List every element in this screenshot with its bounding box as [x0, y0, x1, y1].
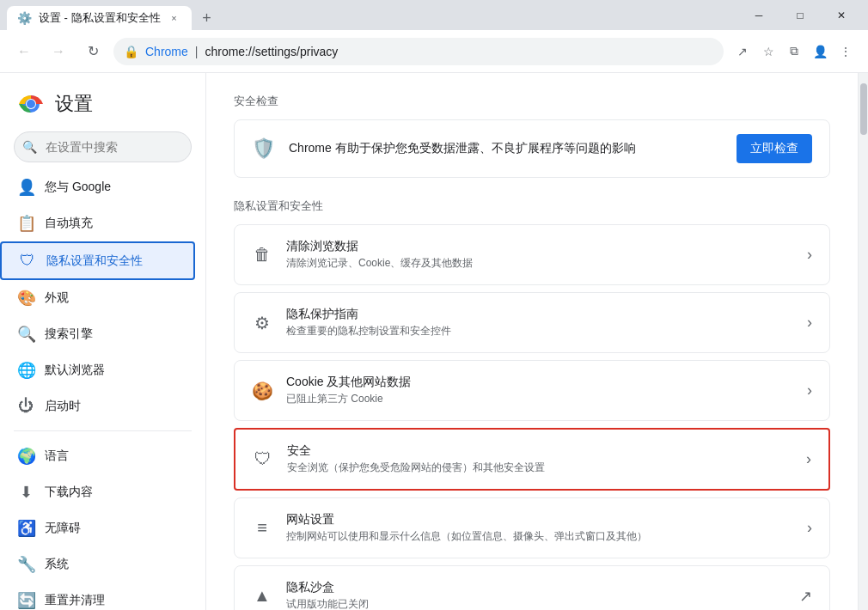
safety-shield-icon: 🛡️ — [252, 137, 275, 160]
menu-title-site-settings: 网站设置 — [286, 512, 793, 528]
search-input[interactable] — [14, 131, 192, 162]
tab-close-button[interactable]: × — [168, 11, 181, 25]
bookmark-button[interactable]: ☆ — [756, 40, 780, 64]
profile-button[interactable]: 👤 — [808, 40, 832, 64]
split-view-button[interactable]: ⧉ — [782, 40, 806, 64]
refresh-button[interactable]: ↻ — [79, 38, 107, 65]
sidebar-item-autofill[interactable]: 📋自动填充 — [0, 205, 199, 241]
menu-item-site-settings[interactable]: ≡网站设置控制网站可以使用和显示什么信息（如位置信息、摄像头、弹出式窗口及其他）… — [234, 497, 830, 558]
search-icon: 🔍 — [22, 140, 37, 154]
sidebar-divider — [14, 430, 192, 431]
url-path: chrome://settings/privacy — [205, 45, 713, 58]
sidebar-item-icon-startup: ⏻ — [17, 397, 34, 415]
menu-item-cookies[interactable]: 🍪Cookie 及其他网站数据已阻止第三方 Cookie› — [234, 360, 830, 421]
sidebar-item-google[interactable]: 👤您与 Google — [0, 169, 199, 205]
menu-icon-site-settings: ≡ — [252, 518, 272, 538]
menu-desc-sandbox: 试用版功能已关闭 — [286, 597, 785, 610]
refresh-icon: ↻ — [88, 43, 99, 59]
svg-point-3 — [27, 100, 35, 108]
main-layout: 设置 🔍 👤您与 Google📋自动填充🛡隐私设置和安全性🎨外观🔍搜索引擎🌐默认… — [0, 73, 868, 610]
sidebar-item-label-search: 搜索引擎 — [45, 326, 93, 342]
sidebar-item-search[interactable]: 🔍搜索引擎 — [0, 316, 199, 352]
menu-icon-security: 🛡 — [253, 449, 273, 469]
menu-icon-cookies: 🍪 — [252, 381, 272, 401]
menu-title-security: 安全 — [287, 443, 792, 459]
privacy-section-title: 隐私设置和安全性 — [234, 198, 830, 214]
menu-item-clear-browsing[interactable]: 🗑清除浏览数据清除浏览记录、Cookie、缓存及其他数据› — [234, 224, 830, 285]
sidebar-item-reset[interactable]: 🔄重置并清理 — [0, 583, 199, 610]
menu-item-security[interactable]: 🛡安全安全浏览（保护您免受危险网站的侵害）和其他安全设置› — [234, 428, 830, 491]
sidebar-item-system[interactable]: 🔧系统 — [0, 546, 199, 583]
sidebar-item-label-browser: 默认浏览器 — [45, 363, 105, 378]
menu-item-privacy-guide[interactable]: ⚙隐私保护指南检查重要的隐私控制设置和安全控件› — [234, 292, 830, 353]
menu-arrow-cookies: › — [807, 381, 812, 400]
menu-icon: ⋮ — [840, 45, 852, 58]
window-controls: ─ □ ✕ — [739, 0, 861, 30]
sidebar-item-icon-google: 👤 — [17, 178, 34, 197]
minimize-button[interactable]: ─ — [739, 0, 779, 30]
safety-card-text: Chrome 有助于保护您免受数据泄露、不良扩展程序等问题的影响 — [289, 141, 723, 156]
close-button[interactable]: ✕ — [822, 0, 861, 30]
menu-title-privacy-guide: 隐私保护指南 — [286, 307, 793, 322]
privacy-menu-list: 🗑清除浏览数据清除浏览记录、Cookie、缓存及其他数据›⚙隐私保护指南检查重要… — [234, 224, 830, 610]
sidebar-item-accessibility[interactable]: ♿无障碍 — [0, 510, 199, 546]
menu-icon-clear-browsing: 🗑 — [252, 245, 272, 265]
sidebar-item-label-system: 系统 — [45, 557, 69, 572]
sidebar-item-language[interactable]: 🌍语言 — [0, 438, 199, 474]
menu-title-sandbox: 隐私沙盒 — [286, 580, 785, 595]
sidebar-title: 设置 — [55, 91, 93, 117]
split-icon: ⧉ — [790, 44, 798, 58]
maximize-button[interactable]: □ — [780, 0, 820, 30]
back-icon: ← — [17, 44, 31, 59]
sidebar-header: 设置 — [0, 80, 205, 131]
safety-check-button[interactable]: 立即检查 — [737, 134, 812, 163]
back-button[interactable]: ← — [10, 38, 38, 65]
tab-bar: ⚙️ 设置 - 隐私设置和安全性 × + — [7, 0, 732, 30]
sidebar-item-label-appearance: 外观 — [45, 290, 69, 306]
menu-content-cookies: Cookie 及其他网站数据已阻止第三方 Cookie — [286, 375, 793, 406]
bookmark-icon: ☆ — [763, 45, 774, 58]
addressbar: ← → ↻ 🔒 Chrome | chrome://settings/priva… — [0, 30, 868, 73]
sidebar-item-label-accessibility: 无障碍 — [45, 521, 81, 536]
menu-icon-sandbox: ▲ — [252, 586, 272, 606]
safety-section-title: 安全检查 — [234, 94, 830, 109]
forward-icon: → — [52, 44, 65, 59]
sidebar-item-browser[interactable]: 🌐默认浏览器 — [0, 352, 199, 388]
menu-content-sandbox: 隐私沙盒试用版功能已关闭 — [286, 580, 785, 610]
menu-content-privacy-guide: 隐私保护指南检查重要的隐私控制设置和安全控件 — [286, 307, 793, 339]
menu-arrow-site-settings: › — [807, 519, 812, 537]
scrollbar-track[interactable] — [858, 73, 868, 610]
sidebar-item-label-privacy: 隐私设置和安全性 — [46, 253, 143, 269]
scrollbar-thumb[interactable] — [860, 83, 867, 135]
search-wrapper: 🔍 — [14, 131, 192, 162]
sidebar-item-startup[interactable]: ⏻启动时 — [0, 388, 199, 424]
menu-title-clear-browsing: 清除浏览数据 — [286, 239, 793, 254]
chrome-logo — [17, 90, 45, 118]
share-icon: ↗ — [737, 45, 748, 58]
menu-ext-icon-sandbox: ↗ — [799, 587, 812, 606]
menu-arrow-privacy-guide: › — [807, 314, 812, 332]
sidebar-item-privacy[interactable]: 🛡隐私设置和安全性 — [0, 241, 195, 280]
menu-desc-site-settings: 控制网站可以使用和显示什么信息（如位置信息、摄像头、弹出式窗口及其他） — [286, 529, 793, 544]
menu-icon-privacy-guide: ⚙ — [252, 313, 272, 333]
share-button[interactable]: ↗ — [730, 40, 755, 64]
menu-item-sandbox[interactable]: ▲隐私沙盒试用版功能已关闭↗ — [234, 565, 830, 610]
sidebar-item-icon-accessibility: ♿ — [17, 519, 34, 538]
url-bar[interactable]: 🔒 Chrome | chrome://settings/privacy — [113, 38, 724, 65]
sidebar-item-downloads[interactable]: ⬇下载内容 — [0, 474, 199, 510]
sidebar-items-list: 👤您与 Google📋自动填充🛡隐私设置和安全性🎨外观🔍搜索引擎🌐默认浏览器⏻启… — [0, 169, 205, 610]
menu-button[interactable]: ⋮ — [834, 40, 858, 64]
url-separator: | — [195, 45, 199, 58]
forward-button[interactable]: → — [45, 38, 72, 65]
url-site: Chrome — [145, 45, 188, 58]
sidebar-item-label-google: 您与 Google — [45, 180, 111, 195]
new-tab-button[interactable]: + — [195, 6, 219, 30]
sidebar-item-label-autofill: 自动填充 — [45, 216, 93, 231]
main-content: 安全检查 🛡️ Chrome 有助于保护您免受数据泄露、不良扩展程序等问题的影响… — [206, 73, 858, 610]
sidebar-item-appearance[interactable]: 🎨外观 — [0, 280, 199, 316]
sidebar-item-icon-privacy: 🛡 — [19, 252, 36, 270]
active-tab[interactable]: ⚙️ 设置 - 隐私设置和安全性 × — [7, 6, 192, 30]
menu-arrow-security: › — [806, 450, 811, 468]
sidebar-item-label-downloads: 下载内容 — [45, 485, 93, 500]
sidebar-item-icon-autofill: 📋 — [17, 214, 34, 233]
